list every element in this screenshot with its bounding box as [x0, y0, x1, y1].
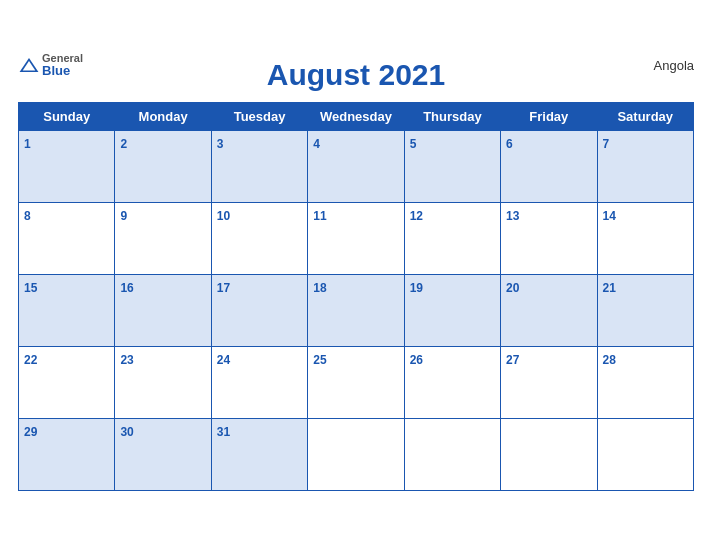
logo-blue-text: Blue	[42, 64, 83, 78]
calendar-cell: 17	[211, 274, 307, 346]
day-number: 20	[506, 281, 519, 295]
calendar-cell: 26	[404, 346, 500, 418]
calendar-cell: 19	[404, 274, 500, 346]
day-number: 7	[603, 137, 610, 151]
calendar-cell: 21	[597, 274, 693, 346]
day-number: 11	[313, 209, 326, 223]
day-number: 18	[313, 281, 326, 295]
calendar-cell: 10	[211, 202, 307, 274]
calendar-week-row: 1234567	[19, 130, 694, 202]
calendar-cell: 13	[501, 202, 597, 274]
day-number: 21	[603, 281, 616, 295]
day-number: 17	[217, 281, 230, 295]
header-friday: Friday	[501, 102, 597, 130]
calendar-container: General Blue August 2021 Angola Sunday M…	[0, 42, 712, 509]
calendar-cell: 22	[19, 346, 115, 418]
day-number: 13	[506, 209, 519, 223]
day-number: 4	[313, 137, 320, 151]
calendar-cell: 14	[597, 202, 693, 274]
day-number: 5	[410, 137, 417, 151]
day-number: 1	[24, 137, 31, 151]
calendar-thead: Sunday Monday Tuesday Wednesday Thursday…	[19, 102, 694, 130]
header-monday: Monday	[115, 102, 211, 130]
calendar-cell: 1	[19, 130, 115, 202]
calendar-cell: 31	[211, 418, 307, 490]
day-number: 8	[24, 209, 31, 223]
calendar-cell: 20	[501, 274, 597, 346]
logo-general-text: General	[42, 52, 83, 64]
calendar-cell: 15	[19, 274, 115, 346]
day-number: 19	[410, 281, 423, 295]
calendar-table: Sunday Monday Tuesday Wednesday Thursday…	[18, 102, 694, 491]
calendar-cell	[501, 418, 597, 490]
day-number: 31	[217, 425, 230, 439]
calendar-cell: 3	[211, 130, 307, 202]
calendar-week-row: 891011121314	[19, 202, 694, 274]
day-number: 29	[24, 425, 37, 439]
day-number: 3	[217, 137, 224, 151]
day-number: 9	[120, 209, 127, 223]
calendar-cell: 28	[597, 346, 693, 418]
calendar-cell: 6	[501, 130, 597, 202]
weekday-header-row: Sunday Monday Tuesday Wednesday Thursday…	[19, 102, 694, 130]
header-thursday: Thursday	[404, 102, 500, 130]
calendar-cell: 7	[597, 130, 693, 202]
calendar-cell: 23	[115, 346, 211, 418]
calendar-cell: 24	[211, 346, 307, 418]
logo-area: General Blue	[18, 52, 83, 78]
calendar-week-row: 293031	[19, 418, 694, 490]
calendar-cell: 25	[308, 346, 404, 418]
calendar-cell	[404, 418, 500, 490]
calendar-cell: 27	[501, 346, 597, 418]
day-number: 2	[120, 137, 127, 151]
header-saturday: Saturday	[597, 102, 693, 130]
calendar-cell: 8	[19, 202, 115, 274]
calendar-cell: 11	[308, 202, 404, 274]
calendar-cell: 2	[115, 130, 211, 202]
calendar-cell: 16	[115, 274, 211, 346]
header-sunday: Sunday	[19, 102, 115, 130]
calendar-cell: 9	[115, 202, 211, 274]
calendar-cell: 4	[308, 130, 404, 202]
day-number: 23	[120, 353, 133, 367]
day-number: 28	[603, 353, 616, 367]
header-wednesday: Wednesday	[308, 102, 404, 130]
day-number: 12	[410, 209, 423, 223]
month-title: August 2021	[267, 58, 445, 92]
calendar-cell	[308, 418, 404, 490]
day-number: 24	[217, 353, 230, 367]
day-number: 15	[24, 281, 37, 295]
calendar-cell: 5	[404, 130, 500, 202]
generalblue-logo-icon	[18, 56, 40, 74]
calendar-week-row: 15161718192021	[19, 274, 694, 346]
day-number: 10	[217, 209, 230, 223]
day-number: 27	[506, 353, 519, 367]
header-tuesday: Tuesday	[211, 102, 307, 130]
country-label: Angola	[654, 58, 694, 73]
day-number: 25	[313, 353, 326, 367]
calendar-cell	[597, 418, 693, 490]
day-number: 14	[603, 209, 616, 223]
calendar-cell: 30	[115, 418, 211, 490]
calendar-header: General Blue August 2021 Angola	[18, 52, 694, 96]
calendar-body: 1234567891011121314151617181920212223242…	[19, 130, 694, 490]
day-number: 30	[120, 425, 133, 439]
calendar-cell: 29	[19, 418, 115, 490]
day-number: 22	[24, 353, 37, 367]
day-number: 6	[506, 137, 513, 151]
calendar-cell: 12	[404, 202, 500, 274]
calendar-week-row: 22232425262728	[19, 346, 694, 418]
calendar-cell: 18	[308, 274, 404, 346]
day-number: 16	[120, 281, 133, 295]
day-number: 26	[410, 353, 423, 367]
